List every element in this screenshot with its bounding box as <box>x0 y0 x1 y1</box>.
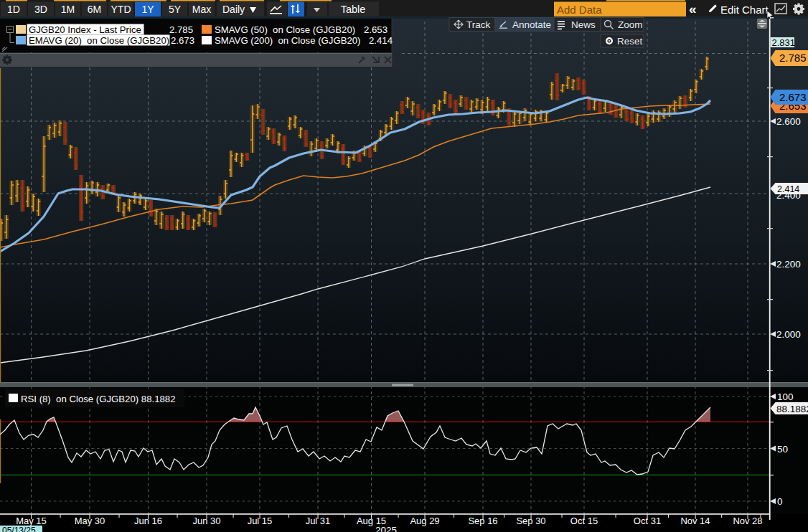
svg-text:2.414: 2.414 <box>369 35 393 46</box>
svg-text:1M: 1M <box>61 4 75 15</box>
svg-text:2.600: 2.600 <box>776 116 801 127</box>
svg-text:Sep 16: Sep 16 <box>468 516 497 526</box>
svg-text:Edit Chart: Edit Chart <box>720 4 769 16</box>
svg-text:Oct 31: Oct 31 <box>634 516 661 526</box>
svg-text:News: News <box>571 19 596 30</box>
svg-text:6M: 6M <box>88 4 101 15</box>
svg-text:05/13/25: 05/13/25 <box>2 526 36 532</box>
svg-text:88.1882: 88.1882 <box>776 404 808 414</box>
svg-text:0: 0 <box>777 496 783 507</box>
svg-text:Table: Table <box>341 4 366 15</box>
svg-text:2.653: 2.653 <box>364 24 387 35</box>
svg-text:2.785: 2.785 <box>779 52 807 64</box>
svg-text:2.200: 2.200 <box>776 259 801 270</box>
svg-text:Nov 14: Nov 14 <box>680 516 710 526</box>
svg-text:Nov 28: Nov 28 <box>733 516 762 526</box>
svg-text:Jun 30: Jun 30 <box>192 516 220 526</box>
svg-text:May 30: May 30 <box>75 516 105 526</box>
svg-text:Oct 15: Oct 15 <box>570 516 598 526</box>
svg-text:RSI (8) on Close (GJGB20) 88.: RSI (8) on Close (GJGB20) 88.1882 <box>21 394 176 404</box>
svg-text:3D: 3D <box>34 4 47 15</box>
svg-text:2025: 2025 <box>375 525 397 532</box>
svg-text:Aug 29: Aug 29 <box>410 516 439 526</box>
svg-text:Track: Track <box>466 19 490 30</box>
svg-text:Jul 15: Jul 15 <box>248 516 273 526</box>
svg-text:1Y: 1Y <box>141 4 154 15</box>
svg-text:100: 100 <box>777 391 794 402</box>
svg-text:SMAVG (50) on Close (GJGB20): SMAVG (50) on Close (GJGB20) <box>215 24 355 35</box>
svg-text:Sep 30: Sep 30 <box>516 516 545 526</box>
svg-text:2.000: 2.000 <box>776 329 801 340</box>
svg-text:1D: 1D <box>7 4 20 15</box>
svg-text:Jul 31: Jul 31 <box>306 516 331 526</box>
svg-text:2.414: 2.414 <box>777 184 799 194</box>
svg-text:Daily: Daily <box>222 4 245 15</box>
svg-text:EMAVG (20) on Close (GJGB20): EMAVG (20) on Close (GJGB20) <box>29 35 169 46</box>
svg-text:Jun 16: Jun 16 <box>134 516 162 526</box>
svg-text:2.831: 2.831 <box>772 37 796 48</box>
svg-text:2.673: 2.673 <box>779 91 807 103</box>
svg-text:Max: Max <box>192 4 211 15</box>
svg-text:Add Data: Add Data <box>557 4 602 16</box>
svg-text:2.785: 2.785 <box>169 24 193 35</box>
svg-text:YTD: YTD <box>111 4 131 15</box>
svg-text:2.673: 2.673 <box>171 35 194 46</box>
svg-text:50: 50 <box>777 444 788 455</box>
svg-text:GJGB20 Index - Last Price: GJGB20 Index - Last Price <box>29 24 141 35</box>
svg-text:SMAVG (200) on Close (GJGB20): SMAVG (200) on Close (GJGB20) <box>215 35 361 46</box>
svg-text:5Y: 5Y <box>169 4 182 15</box>
svg-text:«: « <box>689 1 697 16</box>
svg-text:Zoom: Zoom <box>618 19 643 30</box>
svg-text:Reset: Reset <box>617 36 643 47</box>
svg-text:Annotate: Annotate <box>512 19 551 30</box>
